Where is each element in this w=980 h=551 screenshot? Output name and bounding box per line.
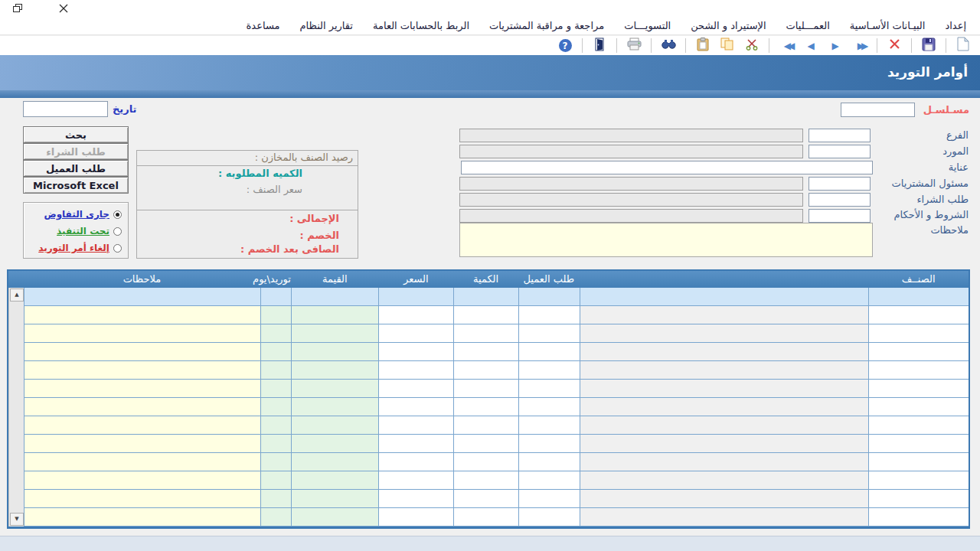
grid-cell-supply[interactable] [260, 288, 291, 306]
grid-cell-item[interactable] [868, 288, 969, 306]
grid-cell-value[interactable] [291, 398, 379, 416]
grid-row[interactable] [24, 324, 969, 343]
help-button[interactable]: ? [554, 37, 576, 54]
grid-cell-notes[interactable] [24, 435, 260, 453]
grid-cell-notes[interactable] [24, 306, 260, 324]
terms-code-input[interactable] [808, 209, 871, 223]
nav-previous-button[interactable]: ◀ [800, 37, 822, 54]
print-button[interactable] [623, 37, 645, 54]
grid-cell-supply[interactable] [260, 508, 291, 527]
grid-cell-value[interactable] [291, 288, 379, 306]
grid-cell-qty[interactable] [453, 343, 518, 361]
grid-cell-price[interactable] [378, 416, 453, 435]
grid-cell-price[interactable] [378, 361, 453, 380]
grid-cell-notes[interactable] [24, 361, 260, 380]
grid-cell-desc[interactable] [580, 453, 869, 471]
exit-button[interactable] [589, 37, 610, 54]
column-header-quantity[interactable]: الكمية [453, 271, 518, 288]
grid-cell-item[interactable] [868, 380, 969, 398]
nav-next-button[interactable]: ▶ [825, 37, 846, 54]
grid-row[interactable] [24, 306, 969, 324]
grid-cell-price[interactable] [378, 324, 453, 343]
menu-item-import-shipping[interactable]: الإستيراد و الشحن [691, 20, 766, 31]
grid-cell-item[interactable] [868, 416, 969, 435]
grid-cell-creq[interactable] [518, 324, 580, 343]
grid-cell-price[interactable] [378, 398, 453, 416]
grid-cell-desc[interactable] [580, 490, 869, 508]
grid-cell-creq[interactable] [518, 380, 580, 398]
grid-cell-supply[interactable] [260, 471, 291, 490]
grid-cell-value[interactable] [291, 490, 379, 508]
grid-cell-item[interactable] [868, 490, 969, 508]
grid-cell-value[interactable] [291, 324, 379, 343]
grid-cell-creq[interactable] [518, 306, 580, 324]
grid-cell-supply[interactable] [260, 416, 291, 435]
branch-code-input[interactable] [808, 129, 871, 142]
status-option-negotiating[interactable]: جارى التفاوض [44, 209, 122, 220]
grid-cell-value[interactable] [291, 435, 379, 453]
grid-cell-supply[interactable] [260, 361, 291, 380]
menu-item-basic-data[interactable]: البيـانات الأسـاسية [850, 20, 926, 31]
grid-cell-supply[interactable] [260, 435, 291, 453]
grid-vertical-scrollbar[interactable]: ▲ ▼ [8, 288, 24, 527]
grid-cell-desc[interactable] [580, 435, 869, 453]
grid-cell-desc[interactable] [580, 380, 869, 398]
grid-cell-creq[interactable] [518, 435, 580, 453]
grid-cell-price[interactable] [378, 453, 453, 471]
purchase-request-code-input[interactable] [808, 193, 871, 207]
date-input[interactable] [23, 101, 108, 117]
column-header-description[interactable] [580, 271, 869, 288]
radio-negotiating-icon[interactable] [113, 210, 122, 219]
grid-cell-qty[interactable] [453, 508, 518, 527]
grid-cell-value[interactable] [291, 361, 379, 380]
grid-cell-item[interactable] [868, 324, 969, 343]
grid-cell-desc[interactable] [580, 471, 869, 490]
nav-last-button[interactable]: ▶▶ [849, 37, 871, 54]
grid-cell-price[interactable] [378, 306, 453, 324]
nav-first-button[interactable]: ◀◀ [776, 37, 797, 54]
grid-cell-item[interactable] [868, 361, 969, 380]
grid-cell-creq[interactable] [518, 508, 580, 527]
paste-button[interactable] [692, 37, 714, 54]
menu-item-purchases-review[interactable]: مراجعة و مراقبة المشتريات [489, 20, 604, 31]
grid-cell-creq[interactable] [518, 398, 580, 416]
grid-cell-item[interactable] [868, 435, 969, 453]
grid-row[interactable] [24, 288, 969, 306]
radio-in-progress-icon[interactable] [113, 227, 122, 236]
search-button[interactable]: بحث [23, 126, 129, 143]
grid-cell-creq[interactable] [518, 453, 580, 471]
grid-cell-qty[interactable] [453, 490, 518, 508]
column-header-item[interactable]: الصنــف [868, 271, 969, 288]
grid-cell-value[interactable] [291, 453, 379, 471]
grid-cell-supply[interactable] [260, 398, 291, 416]
new-button[interactable] [952, 37, 974, 54]
grid-cell-supply[interactable] [260, 324, 291, 343]
grid-cell-qty[interactable] [453, 453, 518, 471]
grid-row[interactable] [24, 361, 969, 380]
grid-cell-qty[interactable] [453, 288, 518, 306]
grid-cell-notes[interactable] [24, 508, 260, 527]
grid-cell-item[interactable] [868, 398, 969, 416]
menu-item-settlements[interactable]: التسويـــات [624, 20, 671, 31]
grid-cell-supply[interactable] [260, 306, 291, 324]
grid-cell-supply[interactable] [260, 343, 291, 361]
grid-cell-notes[interactable] [24, 453, 260, 471]
grid-cell-notes[interactable] [24, 490, 260, 508]
grid-cell-value[interactable] [291, 471, 379, 490]
serial-input[interactable] [841, 103, 915, 117]
grid-cell-notes[interactable] [24, 380, 260, 398]
grid-row[interactable] [24, 398, 969, 416]
grid-cell-notes[interactable] [24, 288, 260, 306]
grid-cell-creq[interactable] [518, 288, 580, 306]
grid-cell-qty[interactable] [453, 471, 518, 490]
grid-cell-supply[interactable] [260, 453, 291, 471]
grid-row[interactable] [24, 343, 969, 361]
column-header-notes[interactable]: ملاحظات [24, 271, 260, 288]
grid-row[interactable] [24, 453, 969, 471]
notes-textarea[interactable] [459, 223, 873, 257]
delete-button[interactable] [884, 37, 905, 54]
status-option-in-progress[interactable]: تحت التنفيذ [57, 226, 122, 236]
grid-cell-supply[interactable] [260, 490, 291, 508]
menu-item-setup[interactable]: إعداد [945, 20, 966, 31]
grid-cell-item[interactable] [868, 471, 969, 490]
